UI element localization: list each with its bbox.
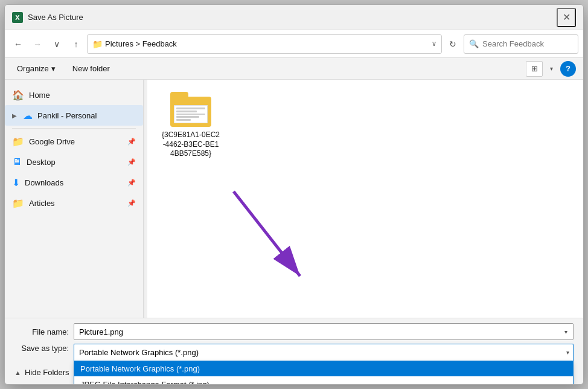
file-label-folder1: {3C9E81A1-0EC2 -4462-B3EC-BE1 4BB57E585} — [162, 130, 220, 159]
sidebar-item-articles[interactable]: 📁 Articles 📌 — [5, 193, 143, 213]
refresh-button[interactable]: ↻ — [444, 36, 461, 53]
bottom-section: File name: ▾ Save as type: Portable Netw… — [5, 318, 583, 384]
downloads-icon: ⬇ — [12, 177, 20, 188]
sidebar-item-pankil[interactable]: ▶ ☁ Pankil - Personal — [5, 105, 143, 126]
save-type-option-0[interactable]: Portable Network Graphics (*.png) — [74, 361, 573, 376]
save-type-option-1[interactable]: JPEG File Interchange Format (*.jpg) — [74, 376, 573, 385]
title-bar: X Save As Picture ✕ — [5, 5, 583, 30]
main-area: 🏠 Home ▶ ☁ Pankil - Personal 📁 Google Dr… — [5, 80, 583, 318]
back-button[interactable]: ← — [10, 36, 27, 53]
pin-icon-articles: 📌 — [127, 199, 136, 207]
annotation-arrow — [191, 179, 324, 300]
folder-large-icon — [170, 92, 211, 127]
save-type-selected[interactable]: Portable Network Graphics (*.png) ▾ — [74, 344, 574, 361]
up-button[interactable]: ↑ — [68, 36, 85, 53]
articles-icon: 📁 — [12, 198, 24, 209]
google-drive-icon: 📁 — [12, 136, 24, 147]
search-box[interactable]: 🔍 — [464, 34, 578, 54]
desktop-icon: 🖥 — [12, 156, 22, 167]
save-type-dropdown: Portable Network Graphics (*.png) JPEG F… — [74, 361, 574, 385]
address-bar[interactable]: 📁 Pictures > Feedback ∨ — [87, 34, 442, 54]
sidebar-item-google-drive[interactable]: 📁 Google Drive 📌 — [5, 131, 143, 152]
dialog-title: Save As Picture — [28, 13, 557, 22]
file-name-input[interactable] — [74, 323, 574, 340]
save-type-container: Portable Network Graphics (*.png) ▾ Port… — [74, 344, 574, 361]
close-button[interactable]: ✕ — [557, 8, 576, 27]
cloud-icon: ☁ — [23, 110, 33, 121]
save-type-selected-text: Portable Network Graphics (*.png) — [79, 348, 556, 357]
expand-arrow-icon: ▶ — [12, 112, 17, 119]
address-path: Pictures > Feedback — [105, 39, 429, 48]
sidebar-item-desktop[interactable]: 🖥 Desktop 📌 — [5, 152, 143, 172]
save-type-row: Save as type: Portable Network Graphics … — [14, 344, 574, 361]
new-folder-button[interactable]: New folder — [68, 61, 115, 77]
sidebar-divider-1 — [12, 128, 136, 129]
forward-button[interactable]: → — [29, 36, 46, 53]
file-name-label: File name: — [14, 327, 69, 336]
file-name-wrapper: ▾ — [74, 323, 574, 340]
sidebar-item-home[interactable]: 🏠 Home — [5, 85, 143, 105]
home-icon: 🏠 — [12, 89, 24, 101]
pin-icon: 📌 — [127, 138, 136, 146]
toolbar-row: Organize ▾ New folder ⊞ ▾ ? — [5, 58, 583, 80]
organize-button[interactable]: Organize ▾ — [12, 61, 60, 77]
search-input[interactable] — [482, 39, 584, 48]
svg-line-1 — [234, 191, 300, 276]
view-dropdown-arrow[interactable]: ▾ — [550, 65, 553, 72]
file-area: {3C9E81A1-0EC2 -4462-B3EC-BE1 4BB57E585} — [147, 80, 583, 318]
organize-label: Organize — [17, 64, 49, 73]
address-bar-row: ← → ∨ ↑ 📁 Pictures > Feedback ∨ ↻ 🔍 — [5, 30, 583, 58]
address-chevron-icon: ∨ — [432, 40, 436, 48]
folder-icon: 📁 — [92, 39, 103, 49]
pin-icon-desktop: 📌 — [127, 158, 136, 166]
save-type-label: Save as type: — [14, 344, 69, 353]
organize-arrow-icon: ▾ — [51, 64, 56, 73]
save-type-arrow-icon: ▾ — [566, 349, 569, 356]
help-button[interactable]: ? — [560, 61, 576, 77]
sidebar: 🏠 Home ▶ ☁ Pankil - Personal 📁 Google Dr… — [5, 80, 144, 318]
hide-folders-arrow-icon: ▲ — [14, 369, 21, 376]
file-item-folder1[interactable]: {3C9E81A1-0EC2 -4462-B3EC-BE1 4BB57E585} — [155, 87, 227, 164]
new-folder-label: New folder — [72, 64, 110, 73]
pin-icon-downloads: 📌 — [127, 179, 136, 187]
excel-icon: X — [12, 12, 23, 23]
recent-locations-button[interactable]: ∨ — [48, 36, 65, 53]
view-button[interactable]: ⊞ — [526, 61, 543, 77]
file-name-row: File name: ▾ — [14, 323, 574, 340]
search-icon: 🔍 — [469, 39, 479, 48]
sidebar-item-downloads[interactable]: ⬇ Downloads 📌 — [5, 172, 143, 193]
hide-folders-text: Hide Folders — [25, 368, 69, 377]
file-name-dropdown-btn[interactable]: ▾ — [558, 323, 574, 340]
